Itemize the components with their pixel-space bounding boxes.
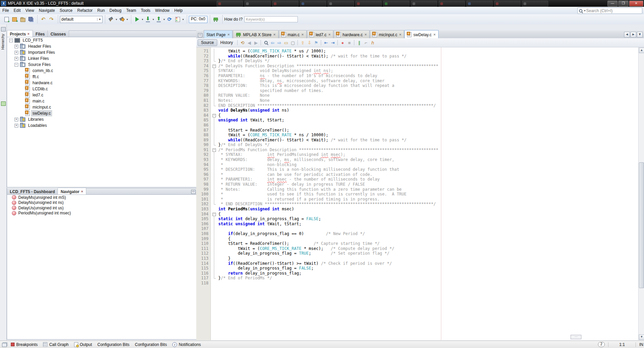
- expand-icon[interactable]: +: [15, 45, 18, 48]
- fold-margin[interactable]: [211, 167, 218, 172]
- tree-item-led7-c[interactable]: led7.c: [7, 92, 197, 98]
- line-number[interactable]: 96: [196, 172, 211, 177]
- status-item-breakpoints[interactable]: Breakpoints: [11, 342, 38, 347]
- vertical-scrollbar[interactable]: ▲ ▼: [638, 47, 644, 340]
- status-item-call-graph[interactable]: Call Graph: [43, 342, 68, 347]
- shift-line-right-button[interactable]: ⇥: [329, 39, 336, 46]
- minimize-panel-icon[interactable]: ▭: [198, 33, 202, 37]
- tree-item-swdelay-c[interactable]: swDelay.c: [7, 110, 197, 116]
- minimized-window-icon[interactable]: [1, 27, 6, 31]
- tree-item-comm-lib-c[interactable]: comm_lib.c: [7, 68, 197, 74]
- menu-help[interactable]: Help: [172, 7, 185, 14]
- line-number[interactable]: 84: [196, 113, 211, 118]
- status-item-configuration-bits[interactable]: Configuration Bits: [97, 342, 130, 347]
- notification-count-badge[interactable]: 2: [598, 342, 605, 347]
- close-icon[interactable]: ×: [399, 33, 402, 36]
- line-number[interactable]: 77: [196, 78, 211, 84]
- navigator-item-delayus[interactable]: DelayUs(unsigned int us): [7, 205, 197, 211]
- fold-margin[interactable]: −: [211, 147, 218, 153]
- fold-margin[interactable]: [211, 138, 218, 143]
- line-number[interactable]: 107: [196, 226, 211, 231]
- expand-icon[interactable]: +: [15, 118, 18, 121]
- line-number[interactable]: 88: [196, 133, 211, 138]
- tab-list-dropdown-icon[interactable]: ▼: [637, 32, 643, 38]
- navigator-item-periodms[interactable]: PeriodMs(unsigned int msec): [7, 211, 197, 216]
- menu-window[interactable]: Window: [153, 7, 172, 14]
- fold-margin[interactable]: [211, 133, 218, 138]
- status-item-configuration-bits[interactable]: Configuration Bits: [135, 342, 167, 347]
- line-number[interactable]: 99: [196, 187, 211, 192]
- tree-item-lcd-fft5[interactable]: −LCD_FFT5: [7, 37, 197, 43]
- line-number[interactable]: 114: [196, 261, 211, 266]
- line-number[interactable]: 73: [196, 59, 211, 64]
- taskbar-window-ghost[interactable]: [466, 1, 493, 7]
- fold-collapse-icon[interactable]: −: [213, 65, 216, 68]
- line-number[interactable]: 117: [196, 276, 211, 281]
- line-number[interactable]: 78: [196, 83, 211, 88]
- minimize-panel-icon[interactable]: ▭: [191, 190, 196, 194]
- configuration-select[interactable]: default ▼: [60, 16, 103, 23]
- fold-margin[interactable]: [211, 281, 218, 286]
- rectangular-selection-button[interactable]: ▢: [289, 39, 296, 46]
- clean-and-build-button[interactable]: [118, 16, 126, 23]
- build-dropdown-icon[interactable]: ▾: [116, 18, 117, 21]
- back-button[interactable]: ◀: [246, 39, 252, 46]
- taskbar-window-ghost[interactable]: [383, 1, 409, 7]
- clean-build-dropdown-icon[interactable]: ▾: [127, 18, 128, 21]
- classes-minimized-icon[interactable]: [1, 101, 6, 106]
- line-number[interactable]: 105: [196, 216, 211, 222]
- fold-margin[interactable]: [211, 261, 218, 266]
- toggle-highlight-search-button[interactable]: ▭: [283, 39, 289, 46]
- close-icon[interactable]: ×: [27, 32, 30, 36]
- collapse-icon[interactable]: −: [15, 63, 18, 67]
- tree-item-important-files[interactable]: +Important Files: [7, 49, 197, 55]
- close-icon[interactable]: ×: [301, 33, 304, 36]
- start-macro-recording-button[interactable]: ■: [346, 39, 353, 46]
- status-item-output[interactable]: Output: [74, 342, 92, 347]
- editor-tab-hardware-c[interactable]: hardware.c×: [334, 30, 370, 38]
- line-number[interactable]: 82: [196, 103, 211, 108]
- new-file-button[interactable]: [2, 16, 10, 23]
- scroll-tabs-right-icon[interactable]: ▶: [630, 32, 636, 38]
- tree-item-micinput-c[interactable]: micInput.c: [7, 104, 197, 110]
- code-editor[interactable]: 71 tWait = (CORE_MS_TICK_RATE * us / 100…: [196, 47, 644, 340]
- fold-margin[interactable]: [211, 197, 218, 202]
- fold-margin[interactable]: [211, 49, 218, 54]
- fold-margin[interactable]: [211, 241, 218, 246]
- line-number[interactable]: 102: [196, 202, 211, 207]
- fold-margin[interactable]: [211, 83, 218, 88]
- fold-margin[interactable]: [211, 157, 218, 162]
- tree-item-fft-c[interactable]: fft.c: [7, 74, 197, 80]
- shift-line-left-button[interactable]: ⇤: [323, 39, 329, 46]
- line-number[interactable]: 104: [196, 212, 211, 217]
- fold-margin[interactable]: [211, 98, 218, 103]
- menu-debug[interactable]: Debug: [107, 7, 124, 14]
- projects-tab-projects[interactable]: Projects×: [7, 30, 33, 37]
- line-number[interactable]: 103: [196, 207, 211, 212]
- fold-collapse-icon[interactable]: −: [213, 148, 216, 152]
- menu-navigate[interactable]: Navigate: [37, 7, 57, 14]
- scroll-up-icon[interactable]: ▲: [639, 48, 644, 53]
- tree-item-header-files[interactable]: +Header Files: [7, 43, 197, 49]
- line-number[interactable]: 95: [196, 167, 211, 172]
- taskbar-window-ghost[interactable]: [355, 1, 382, 7]
- stop-macro-recording-button[interactable]: ●: [339, 39, 346, 46]
- toggle-bookmark-button[interactable]: ⚑: [313, 39, 319, 46]
- hierarchy-minimized-tab[interactable]: Hierarchy: [1, 34, 5, 50]
- fold-collapse-icon[interactable]: −: [213, 114, 216, 117]
- menu-source[interactable]: Source: [57, 7, 75, 14]
- taskbar-window-ghost[interactable]: [494, 1, 520, 7]
- line-number[interactable]: 118: [196, 281, 211, 286]
- tree-item-main-c[interactable]: main.c: [7, 98, 197, 104]
- menu-file[interactable]: File: [0, 7, 11, 14]
- fold-margin[interactable]: [211, 123, 218, 128]
- build-project-button[interactable]: [107, 16, 115, 23]
- line-number[interactable]: 72: [196, 54, 211, 59]
- fold-margin[interactable]: [211, 226, 218, 231]
- line-number[interactable]: 80: [196, 93, 211, 98]
- line-number[interactable]: 111: [196, 246, 211, 251]
- line-number[interactable]: 85: [196, 118, 211, 123]
- run-project-button[interactable]: [133, 16, 141, 23]
- projects-tree[interactable]: −LCD_FFT5+Header Files+Important Files+L…: [7, 37, 197, 187]
- editor-tab-micinput-c[interactable]: micInput.c×: [370, 30, 404, 38]
